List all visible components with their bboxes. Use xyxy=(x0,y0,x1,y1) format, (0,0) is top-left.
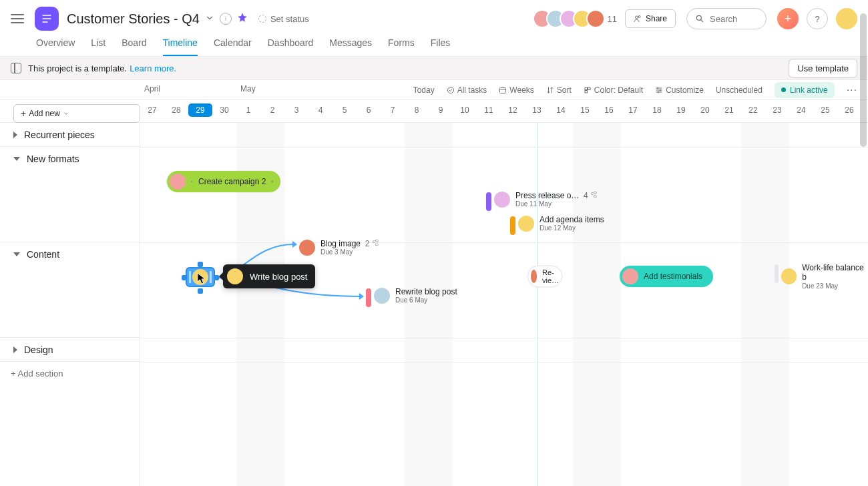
project-icon xyxy=(35,7,59,31)
task-review[interactable]: Re-vie… xyxy=(527,266,562,287)
use-template-button[interactable]: Use template xyxy=(789,59,857,78)
tab-board[interactable]: Board xyxy=(122,37,146,56)
unscheduled-button[interactable]: Unscheduled xyxy=(716,85,763,95)
svg-rect-17 xyxy=(594,192,597,194)
date-cell: 20 xyxy=(693,105,717,115)
tab-calendar[interactable]: Calendar xyxy=(214,37,252,56)
svg-rect-0 xyxy=(42,15,51,16)
dependency-arrow-icon xyxy=(292,241,297,248)
month-label-april: April xyxy=(144,84,160,93)
today-button[interactable]: Today xyxy=(413,85,435,95)
sort-button[interactable]: Sort xyxy=(546,85,572,95)
avatar xyxy=(374,288,390,304)
date-cell: 7 xyxy=(381,105,405,115)
more-options-icon[interactable]: ··· xyxy=(847,84,857,96)
template-banner: This project is a template. Learn more. … xyxy=(0,56,868,80)
date-cell: 23 xyxy=(765,105,789,115)
tab-timeline[interactable]: Timeline xyxy=(163,37,198,56)
member-count: 11 xyxy=(608,14,617,24)
all-tasks-filter[interactable]: All tasks xyxy=(447,85,487,95)
task-work-life-balance[interactable]: Work-life balance b Due 23 May xyxy=(781,263,868,290)
date-cell: 22 xyxy=(741,105,765,115)
dependency-arrow-icon xyxy=(359,293,364,300)
link-active-toggle[interactable]: Link active xyxy=(775,82,835,98)
tab-dashboard[interactable]: Dashboard xyxy=(268,37,314,56)
task-blog-image[interactable]: Blog image 2 Due 3 May xyxy=(299,239,379,256)
customize-button[interactable]: Customize xyxy=(655,85,704,95)
svg-rect-16 xyxy=(272,182,273,182)
svg-point-6 xyxy=(447,87,453,93)
avatar xyxy=(586,9,605,28)
project-title: Customer Stories - Q4 xyxy=(67,11,200,27)
banner-text: This project is a template. xyxy=(28,63,127,73)
share-button[interactable]: Share xyxy=(625,9,676,28)
svg-rect-7 xyxy=(500,87,506,93)
hamburger-menu-icon[interactable] xyxy=(11,12,24,25)
svg-point-4 xyxy=(638,16,640,18)
svg-rect-8 xyxy=(585,87,588,90)
date-cell: 1 xyxy=(236,105,260,115)
avatar xyxy=(531,270,537,283)
info-icon[interactable]: i xyxy=(220,13,232,25)
resize-handle-icon[interactable] xyxy=(214,275,219,280)
scrollbar[interactable] xyxy=(860,13,867,147)
section-recurrent[interactable]: Recurrent pieces xyxy=(0,123,140,147)
task-create-campaign[interactable]: Create campaign 2 xyxy=(167,171,280,192)
avatar xyxy=(192,269,208,285)
tab-list[interactable]: List xyxy=(91,37,105,56)
svg-rect-9 xyxy=(588,87,590,90)
caret-right-icon xyxy=(13,132,17,138)
resize-handle-icon[interactable] xyxy=(198,288,203,294)
task-rewrite-blog[interactable]: Rewrite blog post Due 6 May xyxy=(374,287,457,304)
task-worklife-marker[interactable] xyxy=(775,264,779,283)
member-avatars[interactable]: 11 xyxy=(538,9,617,28)
date-cell: 14 xyxy=(549,105,573,115)
task-add-agenda[interactable]: Add agenda items Due 12 May xyxy=(518,215,604,232)
add-new-button[interactable]: +Add new xyxy=(13,104,140,123)
caret-down-icon xyxy=(13,157,20,161)
set-status-button[interactable]: Set status xyxy=(258,14,309,24)
resize-handle-icon[interactable] xyxy=(182,275,187,280)
section-content[interactable]: Content xyxy=(0,242,140,266)
avatar xyxy=(494,192,510,208)
current-user-avatar[interactable] xyxy=(836,8,857,29)
search-input[interactable] xyxy=(686,8,767,29)
star-icon[interactable] xyxy=(237,12,248,26)
banner-learn-more-link[interactable]: Learn more. xyxy=(130,63,176,73)
color-button[interactable]: Color: Default xyxy=(584,85,643,95)
subtask-icon xyxy=(271,178,274,186)
svg-point-3 xyxy=(635,16,638,19)
section-design[interactable]: Design xyxy=(0,338,140,362)
project-menu-chevron-icon[interactable] xyxy=(205,13,214,25)
search-icon xyxy=(695,14,704,23)
date-cell: 30 xyxy=(212,105,236,115)
date-cell: 6 xyxy=(357,105,381,115)
date-cell: 3 xyxy=(284,105,308,115)
subtask-icon xyxy=(590,191,598,198)
tab-overview[interactable]: Overview xyxy=(36,37,75,56)
date-cell: 21 xyxy=(717,105,741,115)
task-add-testimonials[interactable]: Add testimonials xyxy=(620,266,713,287)
section-new-formats[interactable]: New formats xyxy=(0,147,140,171)
tab-files[interactable]: Files xyxy=(431,37,451,56)
date-cell: 15 xyxy=(573,105,597,115)
task-press-release[interactable]: Press release o… 4 Due 11 May xyxy=(494,191,598,208)
zoom-weeks[interactable]: Weeks xyxy=(499,85,533,95)
avatar xyxy=(622,268,638,284)
task-agenda-marker[interactable] xyxy=(510,216,515,235)
task-tooltip: Write blog post xyxy=(223,264,315,288)
task-rewrite-marker[interactable] xyxy=(366,288,371,307)
global-add-button[interactable]: + xyxy=(777,8,799,29)
tab-forms[interactable]: Forms xyxy=(388,37,415,56)
task-press-release-marker[interactable] xyxy=(486,192,491,211)
date-cell: 29 xyxy=(188,103,212,117)
add-section-button[interactable]: + Add section xyxy=(0,362,140,385)
task-selected-handle[interactable] xyxy=(186,267,215,287)
help-button[interactable]: ? xyxy=(807,8,828,29)
resize-handle-icon[interactable] xyxy=(198,262,203,267)
date-cell: 10 xyxy=(453,105,477,115)
tab-messages[interactable]: Messages xyxy=(329,37,372,56)
date-cell: 5 xyxy=(333,105,357,115)
avatar xyxy=(170,174,186,190)
project-tabs: Overview List Board Timeline Calendar Da… xyxy=(0,37,868,56)
